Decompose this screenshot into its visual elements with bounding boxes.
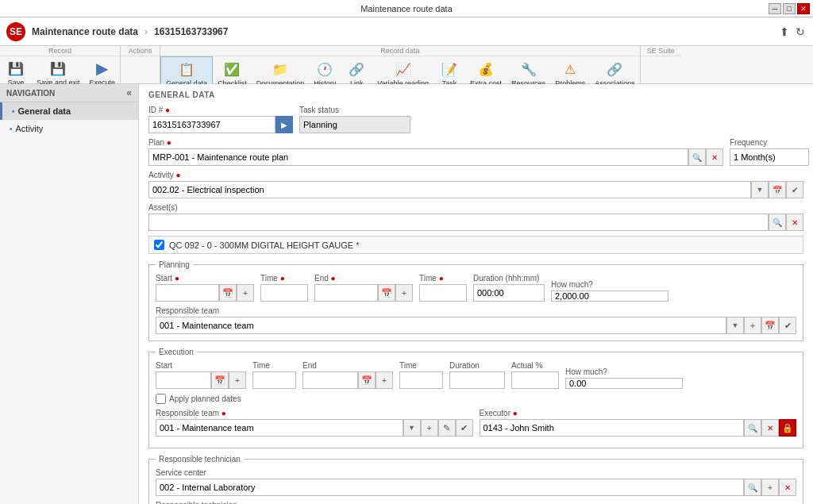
planning-start-cal-button[interactable]: 📅 [219,284,237,302]
exec-executor-clear-button[interactable]: ✕ [761,419,779,437]
planning-respteam-cal-button[interactable]: 📅 [761,317,779,334]
execution-fieldset: Execution Start 📅 + Time End [148,348,803,448]
planning-time-input[interactable] [260,284,308,302]
id-input[interactable] [148,116,275,133]
minimize-button[interactable]: ─ [769,3,781,14]
assets-label: Asset(s) [148,203,803,212]
execute-icon: ▶ [93,59,112,78]
activity-cal-button[interactable]: 📅 [769,181,786,198]
sidebar-item-general-data[interactable]: • General data [0,102,138,120]
sidebar-collapse-button[interactable]: « [126,87,132,98]
exec-time-input[interactable] [252,371,296,389]
exec-executor-search-button[interactable]: 🔍 [744,419,761,437]
plan-clear-button[interactable]: ✕ [706,148,723,166]
active-bullet: • [12,107,15,116]
exec-start-wrap: 📅 + [156,371,246,389]
plan-input[interactable] [148,148,688,166]
app-logo: SE [6,22,25,41]
exec-end-cal-button[interactable]: 📅 [358,371,376,389]
exec-resp-row: Responsible team ● ▼ + ✎ ✔ Executor ● [156,409,796,437]
exec-end-label: End [302,361,393,370]
planning-legend: Planning [156,260,193,269]
planning-end-input[interactable] [314,284,378,302]
exec-howmuch-field: How much? [565,367,683,389]
plan-field: Plan ● 🔍 ✕ [148,138,723,166]
exec-respteam-add-button[interactable]: + [421,419,438,437]
link-icon: 🔗 [347,60,366,79]
planning-respteam-input[interactable] [156,317,726,334]
collapse-button[interactable]: ⬆ [778,24,791,40]
frequency-input[interactable] [730,148,809,166]
exec-start-input[interactable] [156,371,211,389]
refresh-button[interactable]: ↻ [794,24,807,40]
checked-item-checkbox[interactable] [154,240,164,250]
planning-start-plus-button[interactable]: + [237,284,254,302]
activity-input[interactable] [148,181,751,198]
checked-item: QC 092 - 0 - 300MM DIGITAL HEIGHT GAUGE … [148,236,803,254]
assets-search-button[interactable]: 🔍 [769,214,786,231]
activity-dropdown-icon[interactable]: ▼ [751,181,769,198]
breadcrumb-separator: › [144,26,148,37]
checklist-icon: ✅ [222,60,241,79]
exec-respteam-input[interactable] [156,419,403,437]
title-bar: Maintenance route data ─ □ ✕ [0,0,813,17]
frequency-field: Frequency [730,138,809,166]
planning-start-input[interactable] [156,284,219,302]
planning-howmuch-input[interactable] [551,290,669,302]
exec-start-field: Start 📅 + [156,361,246,389]
activity-check-button[interactable]: ✔ [786,181,803,198]
exec-start-plus-button[interactable]: + [229,371,246,389]
execution-dates-row: Start 📅 + Time End 📅 + [156,361,796,389]
exec-respteam-edit-button[interactable]: ✎ [438,419,456,437]
exec-respteam-check-button[interactable]: ✔ [456,419,473,437]
id-label: ID # ● [148,106,293,114]
close-button[interactable]: ✕ [797,3,810,14]
planning-time2-input[interactable] [419,284,467,302]
exec-end-plus-button[interactable]: + [376,371,393,389]
exec-executor-lock-button[interactable]: 🔒 [779,419,796,437]
service-center-search-button[interactable]: 🔍 [744,479,761,496]
planning-end-cal-button[interactable]: 📅 [378,284,395,302]
planning-respteam-dropdown[interactable]: ▼ [726,317,744,334]
plan-search-button[interactable]: 🔍 [688,148,706,166]
exec-howmuch-input[interactable] [565,378,683,389]
planning-respteam-add-button[interactable]: + [744,317,761,334]
sidebar-item-activity-label: Activity [16,124,44,133]
planning-time2-field: Time ● [419,274,467,302]
service-center-add-button[interactable]: + [761,479,779,496]
apply-planned-checkbox[interactable] [156,394,166,404]
exec-executor-label: Executor ● [480,409,797,417]
planning-duration-input[interactable] [473,284,545,302]
service-center-clear-button[interactable]: ✕ [779,479,796,496]
exec-end-input[interactable] [302,371,358,389]
planning-end-label: End ● [314,274,413,283]
exec-respteam-label: Responsible team ● [156,409,473,417]
toolbar: Record 💾 Save 💾 Save and exit ▶ Execute … [0,46,813,84]
assets-input[interactable] [148,214,769,231]
section-title: GENERAL DATA [148,90,803,99]
service-center-input[interactable] [156,479,744,496]
sidebar-title: NAVIGATION [6,89,55,98]
planning-time2-label: Time ● [419,274,467,283]
planning-respteam-field: Responsible team ▼ + 📅 ✔ [156,306,796,334]
sidebar-item-activity[interactable]: • Activity [0,120,138,137]
resources-icon: 🔧 [519,60,538,79]
resp-tech-field: Responsible technician 🔍 ✕ [156,501,796,504]
exec-duration-input[interactable] [449,371,505,389]
exec-time2-label: Time [399,361,443,370]
maximize-button[interactable]: □ [783,3,796,14]
planning-respteam-check-button[interactable]: ✔ [779,317,796,334]
assets-clear-button[interactable]: ✕ [786,214,803,231]
assets-input-wrap: 🔍 ✕ [148,214,803,231]
exec-howmuch-label: How much? [565,367,683,376]
id-arrow-button[interactable]: ▶ [275,116,293,133]
documentation-icon: 📁 [271,60,290,79]
planning-end-plus-button[interactable]: + [395,284,413,302]
exec-respteam-dropdown[interactable]: ▼ [403,419,421,437]
exec-time2-input[interactable] [399,371,443,389]
exec-start-cal-button[interactable]: 📅 [211,371,229,389]
exec-start-label: Start [156,361,246,370]
exec-actualpct-input[interactable] [511,371,559,389]
planning-duration-field: Duration (hhh:mm) [473,274,545,302]
exec-executor-input[interactable] [480,419,745,437]
